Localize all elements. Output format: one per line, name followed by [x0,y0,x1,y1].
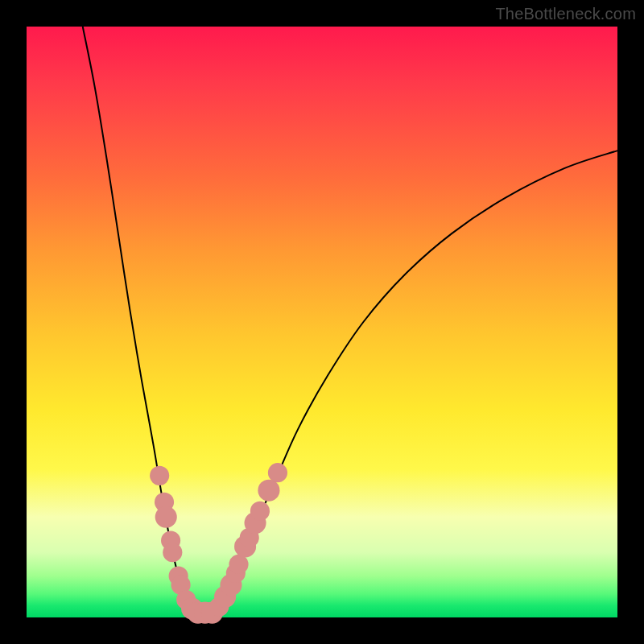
curve-left [83,27,198,614]
chart-svg [27,27,617,617]
watermark-text: TheBottleneck.com [495,5,636,23]
data-dot [250,502,270,521]
data-dots [150,463,287,624]
chart-frame: TheBottleneck.com [0,0,644,644]
data-dot [258,480,279,502]
data-dot [163,543,182,562]
curve-right [210,151,617,614]
data-dot [155,506,177,528]
data-dot [229,555,248,574]
data-dot [150,466,169,485]
data-dot [268,463,287,482]
plot-area [27,27,617,617]
